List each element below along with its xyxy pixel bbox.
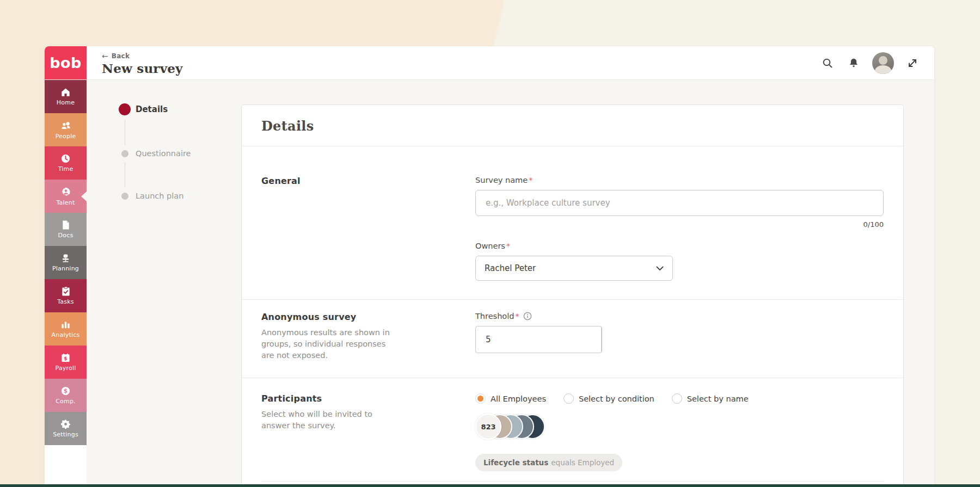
chevron-down-icon (656, 266, 664, 271)
expand-icon[interactable] (905, 56, 920, 71)
step-dot-idle (121, 193, 128, 200)
sidebar-item-settings[interactable]: Settings (45, 412, 87, 445)
header-title-block: ← Back New survey (87, 46, 183, 79)
sidebar-item-label: Comp. (56, 398, 76, 405)
section-title-anonymous: Anonymous survey (261, 312, 451, 322)
sidebar-item-talent[interactable]: Talent (45, 180, 87, 213)
threshold-increment-button[interactable] (602, 326, 602, 340)
participants-avatar-stack[interactable]: 823 (475, 414, 884, 440)
document-icon (61, 220, 71, 230)
step-dot-idle (121, 150, 128, 157)
app-window: bob ← Back New survey (45, 46, 934, 485)
step-launch-plan[interactable]: Launch plan (119, 192, 191, 200)
step-questionnaire[interactable]: Questionnaire (119, 149, 191, 158)
participants-description: Select who will be invited to answer the… (261, 409, 400, 431)
sidebar-item-label: Settings (53, 431, 78, 438)
calendar-dollar-icon: $ (60, 353, 71, 363)
back-label: Back (112, 52, 130, 60)
sidebar-nav: Home People Time (45, 80, 87, 485)
owners-value: Rachel Peter (485, 263, 536, 273)
card-header: Details (242, 105, 903, 146)
survey-name-input[interactable] (475, 190, 884, 216)
sidebar-item-tasks[interactable]: Tasks (45, 279, 87, 312)
bell-icon[interactable] (846, 56, 861, 71)
sidebar-item-label: Planning (52, 265, 79, 272)
page-title: New survey (102, 61, 183, 76)
sidebar-item-time[interactable]: Time (45, 146, 87, 180)
chevron-up-icon (602, 331, 602, 335)
card-bottom-divider (261, 481, 884, 482)
threshold-decrement-button[interactable] (602, 340, 602, 353)
card-title: Details (261, 118, 884, 134)
required-asterisk: * (529, 176, 532, 184)
sidebar-item-label: Analytics (52, 331, 80, 338)
required-asterisk: * (506, 242, 510, 250)
anonymous-description: Anonymous results are shown in groups, s… (261, 327, 400, 361)
step-connector (125, 162, 125, 187)
clipboard-check-icon (61, 286, 71, 297)
sidebar-item-analytics[interactable]: Analytics (45, 312, 87, 346)
people-icon (60, 120, 71, 131)
sidebar-item-people[interactable]: People (45, 113, 87, 146)
survey-name-label: Survey name* (475, 176, 884, 184)
sidebar-item-label: Tasks (57, 298, 74, 305)
radio-select-by-condition[interactable]: Select by condition (564, 393, 654, 404)
avatar-silhouette-torso (875, 65, 891, 74)
participant-count-badge: 823 (475, 414, 501, 440)
threshold-label: Threshold* (475, 312, 884, 320)
header-actions (820, 46, 934, 79)
gear-icon (60, 419, 71, 429)
sidebar-item-docs[interactable]: Docs (45, 213, 87, 246)
radio-unselected-icon (672, 393, 682, 404)
sidebar-item-label: Time (58, 165, 74, 172)
radio-select-by-name[interactable]: Select by name (672, 393, 749, 404)
search-icon[interactable] (820, 56, 835, 71)
sidebar-item-payroll[interactable]: $ Payroll (45, 346, 87, 379)
sidebar-item-label: Home (57, 99, 75, 106)
filter-chip-field: Lifecycle status (483, 458, 548, 467)
owners-dropdown[interactable]: Rachel Peter (475, 256, 673, 281)
active-item-notch (81, 192, 87, 201)
home-icon (60, 87, 71, 97)
chevron-down-icon (602, 344, 602, 348)
step-details[interactable]: Details (119, 103, 191, 115)
avatar-silhouette-head (879, 56, 887, 65)
step-connector (125, 120, 125, 145)
svg-text:$: $ (64, 356, 67, 361)
sidebar-item-comp[interactable]: $ Comp. (45, 379, 87, 412)
back-button[interactable]: ← Back (102, 52, 183, 60)
section-title-participants: Participants (261, 393, 451, 404)
bob-logo[interactable]: bob (45, 46, 87, 79)
sidebar-item-planning[interactable]: Planning (45, 246, 87, 279)
clock-icon (60, 153, 71, 164)
step-dot-active (119, 103, 131, 115)
filter-chip-condition: equals Employed (551, 458, 614, 467)
chair-icon (60, 253, 71, 263)
survey-stepper: Details Questionnaire Launch plan (119, 103, 191, 200)
details-card: Details General Survey name* 0/100 (241, 104, 904, 485)
threshold-input-group (475, 326, 602, 353)
sidebar-item-home[interactable]: Home (45, 80, 87, 113)
talent-person-icon (60, 187, 71, 198)
sidebar-item-label: Payroll (56, 365, 76, 372)
sidebar-item-label: Talent (57, 199, 75, 206)
radio-selected-icon (475, 393, 486, 404)
top-header: bob ← Back New survey (45, 46, 934, 80)
participants-radio-group: All Employees Select by condition Select… (475, 393, 884, 404)
bar-chart-icon (60, 319, 71, 330)
svg-text:$: $ (64, 387, 68, 394)
step-label: Details (136, 104, 168, 114)
step-label: Questionnaire (136, 149, 191, 158)
char-counter: 0/100 (475, 220, 884, 229)
threshold-input[interactable] (476, 326, 601, 353)
back-arrow-icon: ← (102, 52, 108, 60)
info-icon[interactable] (523, 312, 532, 320)
sidebar-item-label: People (56, 133, 76, 140)
section-title-general: General (261, 176, 451, 186)
filter-chip: Lifecycle status equals Employed (475, 454, 622, 471)
radio-all-employees[interactable]: All Employees (475, 393, 546, 404)
user-avatar[interactable] (872, 52, 894, 74)
radio-unselected-icon (564, 393, 574, 404)
anonymous-section: Anonymous survey Anonymous results are s… (242, 299, 903, 378)
window-bottom-edge (0, 484, 980, 487)
